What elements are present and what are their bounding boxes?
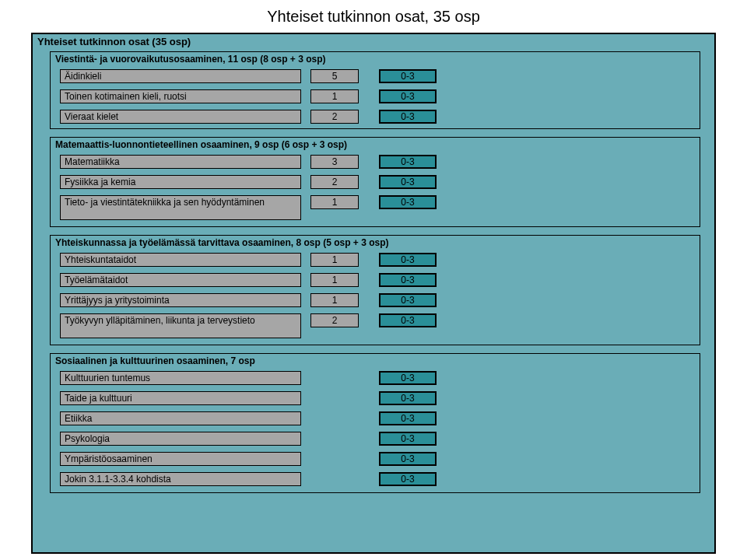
subject-name: Tieto- ja viestintätekniikka ja sen hyöd… [60, 195, 301, 220]
section-title: Matemaattis-luonnontieteellinen osaamine… [55, 139, 347, 150]
subject-name: Kulttuurien tuntemus [60, 371, 301, 385]
section-math: Matemaattis-luonnontieteellinen osaamine… [50, 137, 700, 227]
section-communication: Viestintä- ja vuorovaikutusosaaminen, 11… [50, 51, 700, 129]
subject-range: 0-3 [379, 452, 437, 466]
subject-range: 0-3 [379, 472, 437, 486]
subject-name: Äidinkieli [60, 69, 301, 83]
subject-credits: 2 [310, 313, 359, 327]
subject-range: 0-3 [379, 411, 437, 425]
subject-range: 0-3 [379, 293, 437, 307]
subject-range: 0-3 [379, 391, 437, 405]
subject-credits: 3 [310, 155, 359, 169]
section-social: Sosiaalinen ja kulttuurinen osaaminen, 7… [50, 353, 700, 493]
subject-credits: 1 [310, 293, 359, 307]
subject-credits: 1 [310, 195, 359, 209]
subject-credits: 2 [310, 175, 359, 189]
subject-credits: 5 [310, 69, 359, 83]
subject-range: 0-3 [379, 110, 437, 124]
section-title: Yhteiskunnassa ja työelämässä tarvittava… [55, 237, 389, 248]
page-title: Yhteiset tutkinnon osat, 35 osp [0, 0, 747, 30]
subject-name: Matematiikka [60, 155, 301, 169]
subject-range: 0-3 [379, 69, 437, 83]
subject-name: Yhteiskuntataidot [60, 253, 301, 267]
subject-name: Fysiikka ja kemia [60, 175, 301, 189]
subject-name: Etiikka [60, 411, 301, 425]
outer-title: Yhteiset tutkinnon osat (35 osp) [37, 36, 191, 47]
subject-name: Ympäristöosaaminen [60, 452, 301, 466]
subject-range: 0-3 [379, 175, 437, 189]
subject-range: 0-3 [379, 195, 437, 209]
subject-credits: 1 [310, 273, 359, 287]
subject-range: 0-3 [379, 273, 437, 287]
subject-range: 0-3 [379, 155, 437, 169]
subject-name: Työelämätaidot [60, 273, 301, 287]
section-society: Yhteiskunnassa ja työelämässä tarvittava… [50, 235, 700, 345]
subject-range: 0-3 [379, 432, 437, 446]
subject-name: Työkyvyn ylläpitäminen, liikunta ja terv… [60, 313, 301, 338]
subject-credits: 1 [310, 253, 359, 267]
outer-container: Yhteiset tutkinnon osat (35 osp) Viestin… [31, 33, 716, 554]
subject-name: Jokin 3.1.1-3.3.4 kohdista [60, 472, 301, 486]
subject-name: Taide ja kulttuuri [60, 391, 301, 405]
subject-name: Toinen kotimainen kieli, ruotsi [60, 89, 301, 103]
subject-range: 0-3 [379, 313, 437, 327]
subject-name: Yrittäjyys ja yritystoiminta [60, 293, 301, 307]
subject-credits: 2 [310, 110, 359, 124]
subject-name: Vieraat kielet [60, 110, 301, 124]
subject-credits: 1 [310, 89, 359, 103]
subject-range: 0-3 [379, 371, 437, 385]
subject-range: 0-3 [379, 253, 437, 267]
section-title: Sosiaalinen ja kulttuurinen osaaminen, 7… [55, 355, 255, 366]
subject-range: 0-3 [379, 89, 437, 103]
subject-name: Psykologia [60, 432, 301, 446]
section-title: Viestintä- ja vuorovaikutusosaaminen, 11… [55, 54, 326, 65]
